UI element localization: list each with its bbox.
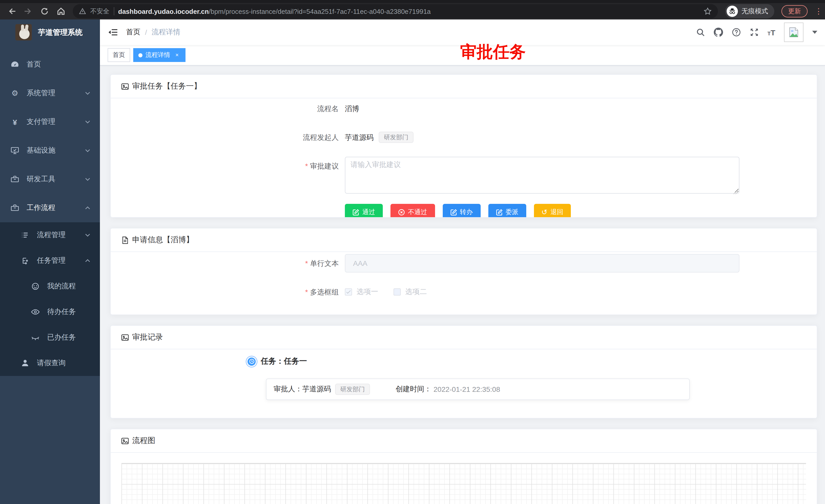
incognito-label: 无痕模式: [742, 7, 768, 16]
checkbox-checked-icon: [345, 288, 352, 296]
browser-reload-icon[interactable]: [40, 7, 49, 16]
avatar[interactable]: [784, 22, 804, 42]
return-button[interactable]: ↺退回: [534, 204, 571, 218]
apply-info-card-header: 申请信息【滔博】: [111, 229, 817, 252]
delegate-button[interactable]: 委派: [488, 204, 526, 218]
browser-back-icon[interactable]: [7, 7, 16, 16]
url-path: /bpm/process-instance/detail?id=54aa251f…: [209, 7, 431, 15]
tags-view-bar: 首页 流程详情×: [100, 45, 825, 66]
incognito-badge: 无痕模式: [725, 4, 774, 18]
sidebar-item-process-mgmt[interactable]: 流程管理: [0, 222, 100, 248]
browser-forward-icon[interactable]: [23, 7, 33, 16]
process-initiator-value: 芋道源码: [345, 128, 374, 147]
browser-home-icon[interactable]: [56, 7, 66, 16]
process-initiator-label: 流程发起人: [121, 128, 345, 147]
approval-record-card: 审批记录 任务：任务一 审批人：芋道源码 研发部门 创建时间： 2022-01-…: [110, 325, 817, 418]
sidebar-item-payment[interactable]: ¥ 支付管理: [0, 107, 100, 136]
sidebar-fold-icon[interactable]: [107, 27, 118, 37]
approval-task-card: 审批任务【任务一】 流程名 滔博 流程发起人 芋道源码 研发部门: [110, 74, 817, 218]
fullscreen-icon[interactable]: [749, 28, 759, 37]
sidebar-item-infra[interactable]: 基础设施: [0, 136, 100, 165]
url-text[interactable]: dashboard.yudao.iocoder.cn/bpm/process-i…: [118, 7, 699, 15]
sidebar-item-done-tasks[interactable]: 已办任务: [0, 325, 100, 350]
breadcrumb-home[interactable]: 首页: [126, 28, 140, 37]
not-secure-label[interactable]: 不安全: [90, 7, 109, 16]
app-title: 芋道管理系统: [38, 27, 82, 37]
single-text-label: 单行文本: [121, 254, 345, 272]
chevron-down-icon: [85, 90, 91, 96]
sidebar-item-devtools[interactable]: 研发工具: [0, 165, 100, 194]
monitor-icon: [10, 146, 19, 155]
approval-record-card-header: 审批记录: [111, 326, 817, 349]
browser-menu-icon[interactable]: ⋮: [815, 10, 820, 13]
flow-diagram-card-header: 流程图: [111, 429, 817, 453]
reject-button[interactable]: 不通过: [390, 204, 435, 218]
breadcrumb-current: 流程详情: [152, 28, 180, 37]
breadcrumb: 首页 / 流程详情: [126, 28, 180, 37]
sidebar-item-task-mgmt[interactable]: 任务管理: [0, 248, 100, 273]
dept-tag: 研发部门: [335, 384, 370, 395]
github-icon[interactable]: [714, 28, 723, 37]
approver-name: 芋道源码: [302, 385, 331, 394]
logo-image: [15, 24, 32, 40]
sidebar-menu: 首页 ⚙ 系统管理 ¥ 支付管理 基础设施: [0, 45, 100, 376]
flow-diagram-card: 流程图: [110, 429, 817, 504]
chevron-down-icon: [85, 232, 91, 238]
card-title: 流程图: [132, 436, 155, 446]
sidebar-item-home[interactable]: 首页: [0, 50, 100, 79]
approve-button[interactable]: 通过: [345, 204, 383, 218]
bookmark-star-icon[interactable]: [703, 7, 712, 15]
refresh-left-icon: ↺: [541, 208, 547, 216]
card-title: 申请信息【滔博】: [132, 235, 194, 245]
face-icon: [31, 282, 40, 291]
page-content: 审批任务【任务一】 流程名 滔博 流程发起人 芋道源码 研发部门: [100, 66, 825, 504]
sidebar-item-system[interactable]: ⚙ 系统管理: [0, 79, 100, 107]
tab-process-detail[interactable]: 流程详情×: [133, 48, 185, 62]
opinion-textarea[interactable]: [345, 157, 739, 194]
opinion-label: 审批建议: [121, 157, 345, 175]
font-size-icon[interactable]: TT: [767, 28, 775, 36]
sidebar-item-workflow[interactable]: 工作流程: [0, 194, 100, 222]
sidebar-item-my-process[interactable]: 我的流程: [0, 273, 100, 299]
picture-icon: [121, 333, 129, 341]
app-root: 不安全 dashboard.yudao.iocoder.cn/bpm/proce…: [0, 0, 825, 504]
checkbox-group: 选项一 选项二: [345, 283, 427, 301]
chevron-up-icon: [85, 205, 91, 211]
address-bar[interactable]: 不安全 dashboard.yudao.iocoder.cn/bpm/proce…: [73, 4, 718, 18]
url-host: dashboard.yudao.iocoder.cn: [118, 7, 209, 15]
record-detail-card: 审批人：芋道源码 研发部门 创建时间： 2022-01-21 22:35:08: [266, 379, 690, 400]
picture-icon: [121, 437, 129, 445]
sidebar-item-leave-query[interactable]: 请假查询: [0, 350, 100, 376]
tab-close-icon[interactable]: ×: [174, 52, 180, 58]
top-navbar: 首页 / 流程详情 TT: [100, 19, 825, 45]
dept-tag: 研发部门: [379, 132, 414, 143]
checkbox-group-label: 多选框组: [121, 283, 345, 301]
tab-home[interactable]: 首页: [107, 48, 130, 62]
checkbox-option-1: 选项一: [345, 287, 378, 297]
chevron-down-icon: [85, 119, 91, 125]
create-time-label: 创建时间：: [395, 385, 432, 394]
avatar-dropdown-caret[interactable]: [812, 31, 817, 34]
create-time-value: 2022-01-21 22:35:08: [434, 385, 500, 393]
search-icon[interactable]: [696, 28, 705, 37]
edit-icon: [353, 209, 359, 216]
sidebar: 芋道管理系统 首页 ⚙ 系统管理 ¥ 支付管理: [0, 19, 100, 504]
edit-icon: [496, 209, 503, 216]
incognito-icon: [727, 6, 738, 17]
clock-icon: [247, 357, 256, 365]
sidebar-logo[interactable]: 芋道管理系统: [0, 19, 100, 45]
checkbox-unchecked-icon: [393, 288, 401, 296]
navbar-actions: TT: [696, 22, 817, 42]
document-icon: [121, 236, 129, 244]
transfer-button[interactable]: 转办: [443, 204, 480, 218]
help-icon[interactable]: [732, 28, 741, 37]
main-column: 首页 / 流程详情 TT 首页 流程详情×: [100, 19, 825, 504]
browser-update-button[interactable]: 更新: [781, 5, 808, 17]
process-name-value: 滔博: [345, 99, 359, 118]
gear-icon: ⚙: [10, 89, 19, 98]
toolbox-icon: [10, 175, 19, 184]
checkbox-option-2: 选项二: [393, 287, 427, 297]
bpmn-grid-canvas[interactable]: [122, 463, 806, 504]
sidebar-item-todo-tasks[interactable]: 待办任务: [0, 299, 100, 325]
picture-icon: [121, 82, 129, 90]
